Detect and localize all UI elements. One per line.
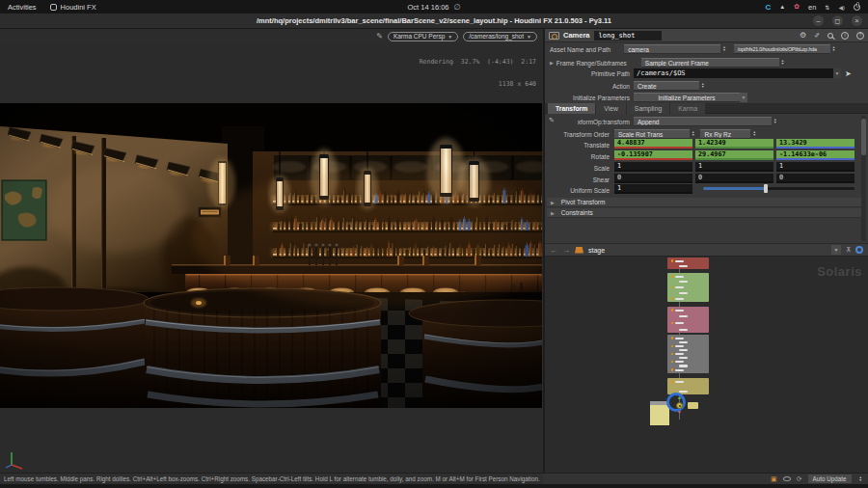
brush-icon[interactable]: ✐ bbox=[814, 32, 820, 40]
network-canvas[interactable]: Solaris bbox=[545, 257, 868, 473]
power-icon[interactable] bbox=[854, 4, 860, 11]
minimize-button[interactable]: – bbox=[813, 15, 824, 26]
network-node[interactable] bbox=[679, 281, 688, 283]
node-flag-icon[interactable] bbox=[671, 259, 673, 261]
slider-handle[interactable] bbox=[764, 184, 768, 193]
search-icon[interactable] bbox=[827, 33, 833, 39]
frame-range-select[interactable]: Sample Current Frame bbox=[641, 58, 779, 68]
network-box-mauve[interactable] bbox=[667, 307, 709, 333]
update-mode-select[interactable]: Auto Update bbox=[808, 474, 852, 483]
uniform-scale-slider[interactable] bbox=[703, 184, 854, 193]
node-flag-icon[interactable] bbox=[671, 361, 673, 363]
gear-icon[interactable]: ⚙ bbox=[800, 31, 806, 40]
section-pivot-transform[interactable]: ▶ Pivot Transform bbox=[547, 198, 862, 207]
close-button[interactable]: × bbox=[852, 15, 862, 26]
node-output-dot[interactable] bbox=[678, 411, 681, 413]
chevron-down-icon[interactable]: ▼ bbox=[833, 68, 841, 78]
network-box-gray[interactable] bbox=[667, 335, 709, 373]
link-indicator-icon[interactable] bbox=[855, 246, 863, 254]
network-node[interactable] bbox=[675, 276, 684, 278]
tab-view[interactable]: View bbox=[596, 103, 626, 114]
shear-x-field[interactable]: 0 bbox=[614, 174, 692, 183]
activities-button[interactable]: Activities bbox=[8, 3, 37, 12]
select-primitive-icon[interactable]: ➤ bbox=[845, 69, 852, 78]
network-node[interactable] bbox=[675, 369, 684, 371]
node-flag-icon[interactable] bbox=[671, 286, 673, 288]
viewport-render[interactable] bbox=[0, 103, 542, 408]
network-node[interactable] bbox=[675, 298, 684, 300]
network-path[interactable]: stage bbox=[588, 247, 827, 254]
node-flag-icon[interactable] bbox=[671, 353, 673, 355]
pin-icon[interactable]: ⊼ bbox=[846, 246, 851, 254]
node-badge-icon[interactable]: ▣ bbox=[771, 475, 777, 483]
collapse-arrow-icon[interactable]: ▶ bbox=[550, 60, 554, 66]
node-name-field[interactable]: long_shot bbox=[594, 31, 662, 41]
shear-y-field[interactable]: 0 bbox=[695, 174, 773, 183]
renderer-select[interactable]: Karma CPU Persp▼ bbox=[388, 32, 458, 41]
node-flag-icon[interactable] bbox=[671, 380, 673, 382]
volume-icon[interactable]: ◀) bbox=[838, 4, 845, 11]
clock[interactable]: Oct 14 16:06 bbox=[408, 3, 449, 12]
tab-transform[interactable]: Transform bbox=[548, 103, 595, 114]
network-box-red[interactable] bbox=[667, 258, 709, 269]
spinner-icon[interactable]: ▲▼ bbox=[859, 476, 862, 482]
network-node[interactable] bbox=[675, 361, 684, 363]
section-constraints[interactable]: ▶ Constraints bbox=[547, 208, 862, 218]
scene-viewport[interactable]: ✎ Karma CPU Persp▼ /cameras/long_shot▼ R… bbox=[0, 29, 542, 473]
asset-library-select[interactable]: /opt/hfs21.0/houdini/otls/OPlibLop.hda bbox=[734, 44, 830, 54]
help-icon[interactable]: ? bbox=[856, 32, 864, 40]
scale-z-field[interactable]: 1 bbox=[776, 162, 854, 172]
network-node[interactable] bbox=[679, 391, 688, 393]
node-flag-icon[interactable] bbox=[671, 309, 673, 311]
camera-node[interactable] bbox=[676, 402, 683, 409]
refresh-icon[interactable]: ⟳ bbox=[797, 475, 802, 483]
tab-sampling[interactable]: Sampling bbox=[627, 103, 669, 114]
scale-y-field[interactable]: 1 bbox=[695, 162, 773, 172]
comment-icon[interactable] bbox=[783, 476, 791, 481]
initialize-button[interactable]: Initialize Parameters bbox=[634, 93, 740, 102]
node-flag-icon[interactable] bbox=[671, 322, 673, 324]
spinner-icon[interactable]: ▲▼ bbox=[752, 131, 755, 137]
rotate-x-field[interactable]: -0.135907 bbox=[614, 150, 692, 160]
uniform-scale-field[interactable]: 1 bbox=[614, 184, 692, 194]
spinner-icon[interactable]: ▲▼ bbox=[781, 60, 784, 66]
network-node[interactable] bbox=[679, 349, 688, 351]
network-node[interactable] bbox=[679, 341, 688, 343]
shear-z-field[interactable]: 0 bbox=[776, 174, 854, 183]
network-node[interactable] bbox=[679, 329, 688, 331]
node-flag-icon[interactable] bbox=[671, 275, 673, 277]
rot-order-select[interactable]: Rx Ry Rz bbox=[700, 129, 750, 139]
window-title-bar[interactable]: /mnt/hq/projects/dmitrilv3/bar_scene/fin… bbox=[0, 14, 868, 29]
network-node[interactable] bbox=[679, 315, 688, 317]
maximize-button[interactable]: ◻ bbox=[832, 15, 843, 26]
network-node[interactable] bbox=[688, 402, 698, 409]
network-box-green[interactable] bbox=[667, 273, 709, 302]
network-node[interactable] bbox=[675, 322, 684, 324]
asset-type-select[interactable]: camera bbox=[624, 44, 720, 54]
xform-op-select[interactable]: Append bbox=[634, 117, 772, 126]
panel-scrollbar[interactable] bbox=[861, 116, 866, 241]
viewport-camera-select[interactable]: /cameras/long_shot▼ bbox=[463, 32, 537, 41]
keyboard-layout-indicator[interactable]: en bbox=[808, 3, 816, 12]
rotate-y-field[interactable]: 29.4967 bbox=[695, 150, 773, 160]
network-node[interactable] bbox=[679, 365, 688, 366]
app-tray-icon[interactable]: ✿ bbox=[794, 3, 800, 11]
network-node[interactable] bbox=[675, 338, 684, 339]
network-node[interactable] bbox=[679, 292, 688, 294]
xyz-order-select[interactable]: Scale Rot Trans bbox=[614, 129, 690, 139]
chevron-down-icon[interactable]: ▼ bbox=[740, 93, 747, 102]
primitive-path-field[interactable]: /cameras/$OS bbox=[634, 68, 833, 78]
translate-y-field[interactable]: 1.42349 bbox=[695, 139, 773, 149]
node-flag-icon[interactable] bbox=[671, 368, 673, 370]
spinner-icon[interactable]: ▲▼ bbox=[701, 83, 704, 89]
node-flag-icon[interactable] bbox=[671, 345, 673, 347]
input-method-icon[interactable]: C bbox=[765, 3, 771, 12]
network-node[interactable] bbox=[679, 265, 688, 267]
tab-karma[interactable]: Karma bbox=[670, 103, 705, 114]
spinner-icon[interactable]: ▲▼ bbox=[832, 46, 835, 52]
node-input-dot[interactable] bbox=[678, 397, 681, 399]
app-menu[interactable]: Houdini FX bbox=[50, 3, 96, 12]
rotate-z-field[interactable]: -1.14633e-06 bbox=[776, 150, 854, 160]
forward-arrow-icon[interactable]: → bbox=[562, 246, 570, 255]
chevron-down-icon[interactable]: ▼ bbox=[831, 245, 841, 255]
